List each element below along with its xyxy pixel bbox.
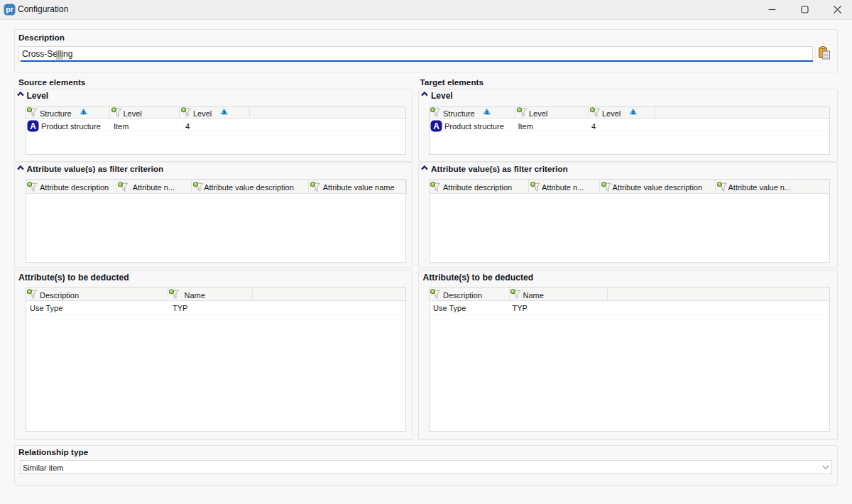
svg-text:2: 2 bbox=[632, 109, 635, 115]
svg-text:A: A bbox=[30, 121, 36, 131]
svg-text:1: 1 bbox=[82, 109, 84, 115]
svg-text:A: A bbox=[433, 121, 439, 131]
svg-text:2: 2 bbox=[223, 109, 226, 115]
svg-text:pr: pr bbox=[6, 5, 13, 13]
svg-text:1: 1 bbox=[485, 109, 488, 115]
